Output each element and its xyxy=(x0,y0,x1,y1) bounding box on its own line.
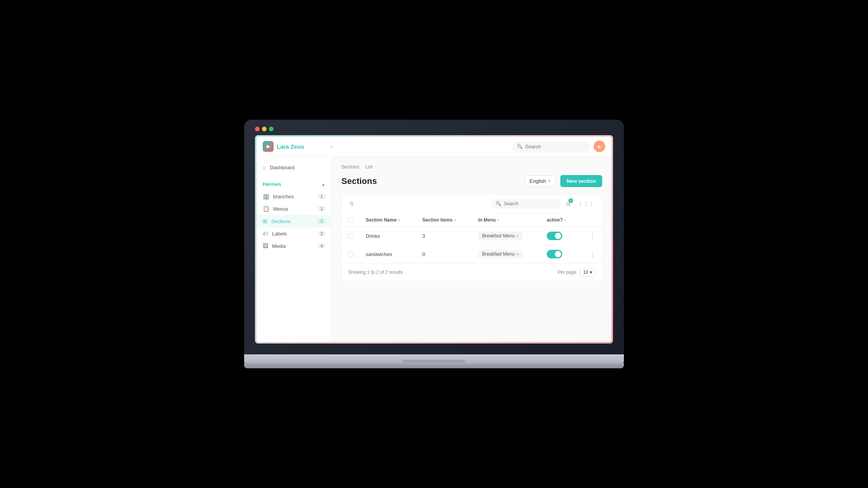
showing-results: Showing 1 to 2 of 2 results xyxy=(348,270,403,275)
menus-badge: 1 xyxy=(318,206,326,211)
table-row: sandwiches 0 Breakfast Menu ▾ xyxy=(342,245,602,263)
section-items-sort-icon: ▾ xyxy=(454,218,456,222)
row-1-toggle[interactable] xyxy=(547,232,562,240)
branches-badge: 1 xyxy=(318,194,326,199)
row-2-menu-tag[interactable]: Breakfast Menu ▾ xyxy=(478,250,522,258)
sort-button[interactable]: ⇅ xyxy=(348,199,356,208)
sections-icon: ⊞ xyxy=(263,218,267,224)
sidebar-group-items: 🏢 branches 1 📋 Menus 1 xyxy=(257,190,332,252)
laptop-base xyxy=(244,354,624,363)
collapse-button[interactable]: ‹ xyxy=(331,143,332,149)
per-page-label: Per page xyxy=(558,270,577,275)
labels-badge: 2 xyxy=(318,231,326,236)
per-page-control: Per page 10 ▾ xyxy=(558,268,596,277)
sidebar-item-dashboard[interactable]: ⌂ Dashboard xyxy=(257,161,332,174)
menus-icon: 📋 xyxy=(263,206,269,212)
columns-button[interactable]: ⋮⋮⋮ xyxy=(576,199,596,208)
per-page-chevron-icon: ▾ xyxy=(590,270,592,275)
row-1-actions: ⋮ xyxy=(579,227,602,245)
global-search-input[interactable] xyxy=(525,144,585,149)
per-page-select[interactable]: 10 ▾ xyxy=(580,268,596,277)
breadcrumb-sections[interactable]: Sections xyxy=(341,164,359,170)
minimize-dot[interactable] xyxy=(262,127,267,131)
labels-label: Labels xyxy=(272,231,287,237)
columns-icon: ⋮⋮⋮ xyxy=(578,201,594,207)
logo-area: ▶ Lara Zeus ‹ xyxy=(263,141,332,152)
table-search-icon: 🔍 xyxy=(496,201,501,206)
breadcrumb-list: List xyxy=(365,164,373,170)
section-name-sort-icon: ▾ xyxy=(398,218,400,222)
filter-badge: 0 xyxy=(568,198,573,203)
in-menu-sort-icon: ▾ xyxy=(497,218,499,222)
row-1-actions-button[interactable]: ⋮ xyxy=(586,232,596,240)
logo-icon: ▶ xyxy=(263,141,274,152)
main-content: Sections › List Sections English ▾ New s… xyxy=(332,156,611,342)
active-header[interactable]: active? ▾ xyxy=(541,213,579,227)
maximize-dot[interactable] xyxy=(269,127,274,131)
filter-button[interactable]: ⊞ 0 xyxy=(565,199,572,208)
sections-table: Section Name ▾ Section items ▾ xyxy=(342,213,602,263)
dashboard-icon: ⌂ xyxy=(263,164,266,170)
sections-badge: 2 xyxy=(318,218,326,224)
group-name: Hermes xyxy=(263,181,281,187)
page-title: Sections xyxy=(341,176,520,186)
app-name: Lara Zeus xyxy=(277,143,304,150)
select-all-checkbox[interactable] xyxy=(348,217,353,223)
breadcrumb-separator: › xyxy=(362,164,363,170)
row-2-checkbox[interactable] xyxy=(348,251,353,257)
table-row: Drinks 3 Breakfast Menu ▾ xyxy=(342,227,602,245)
new-section-button[interactable]: New section xyxy=(560,175,602,187)
actions-header xyxy=(579,213,602,227)
sidebar: ⌂ Dashboard Hermes ▲ 🏢 branc xyxy=(257,156,332,342)
table-search-input[interactable] xyxy=(504,201,556,206)
row-1-items: 3 xyxy=(416,227,472,245)
row-1-name: Drinks xyxy=(360,227,416,245)
row-1-menu: Breakfast Menu ▾ xyxy=(472,227,541,245)
play-button[interactable]: ▶ xyxy=(594,141,605,152)
table-search-box[interactable]: 🔍 xyxy=(491,199,561,208)
branches-label: branches xyxy=(273,194,294,199)
global-search-box[interactable]: 🔍 xyxy=(512,141,590,152)
per-page-value: 10 xyxy=(583,270,588,275)
row-2-menu: Breakfast Menu ▾ xyxy=(472,245,541,263)
row-1-menu-tag[interactable]: Breakfast Menu ▾ xyxy=(478,232,522,240)
row-2-active xyxy=(541,245,579,263)
sidebar-group-hermes: Hermes ▲ 🏢 branches 1 📋 xyxy=(257,178,332,252)
branches-icon: 🏢 xyxy=(263,193,269,199)
row-2-toggle[interactable] xyxy=(547,250,562,258)
breadcrumb: Sections › List xyxy=(341,164,602,170)
row-1-checkbox[interactable] xyxy=(348,233,353,239)
laptop-stand xyxy=(244,363,624,368)
row-2-name: sandwiches xyxy=(360,245,416,263)
row-2-actions-button[interactable]: ⋮ xyxy=(586,251,596,258)
media-label: Media xyxy=(272,243,286,249)
media-badge: 4 xyxy=(318,243,326,249)
sidebar-item-menus[interactable]: 📋 Menus 1 xyxy=(257,203,332,215)
sections-label: Sections xyxy=(271,218,291,224)
sidebar-group-header[interactable]: Hermes ▲ xyxy=(257,178,332,190)
close-dot[interactable] xyxy=(255,127,260,131)
table-footer: Showing 1 to 2 of 2 results Per page 10 … xyxy=(342,263,602,281)
group-chevron-icon: ▲ xyxy=(321,182,326,187)
language-chevron-icon: ▾ xyxy=(548,179,551,184)
sidebar-item-branches[interactable]: 🏢 branches 1 xyxy=(257,190,332,203)
menus-label: Menus xyxy=(273,206,288,212)
row-1-active xyxy=(541,227,579,245)
in-menu-header[interactable]: In Menu ▾ xyxy=(472,213,541,227)
section-items-header[interactable]: Section items ▾ xyxy=(416,213,472,227)
table-toolbar: ⇅ 🔍 ⊞ 0 ⋮⋮⋮ xyxy=(342,194,602,213)
language-selector[interactable]: English ▾ xyxy=(525,175,556,187)
section-name-header[interactable]: Section Name ▾ xyxy=(360,213,416,227)
row-1-menu-chevron-icon: ▾ xyxy=(517,234,518,238)
media-icon: 🖼 xyxy=(263,243,268,249)
logo-symbol: ▶ xyxy=(267,144,270,149)
active-sort-icon: ▾ xyxy=(564,218,566,222)
search-icon: 🔍 xyxy=(517,144,523,149)
select-all-header xyxy=(342,213,360,227)
title-bar: ▶ Lara Zeus ‹ 🔍 ▶ xyxy=(257,137,611,156)
sidebar-item-media[interactable]: 🖼 Media 4 xyxy=(257,240,332,252)
page-header: Sections English ▾ New section xyxy=(341,175,602,187)
row-2-items: 0 xyxy=(416,245,472,263)
sidebar-item-sections[interactable]: ⊞ Sections 2 xyxy=(257,215,332,227)
sidebar-item-labels[interactable]: 🏷 Labels 2 xyxy=(257,227,332,240)
